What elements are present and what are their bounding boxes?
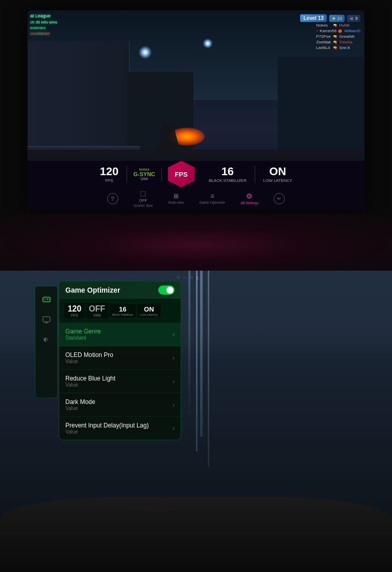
sidebar-icon-display[interactable] xyxy=(39,312,54,326)
game-optimizer-icon: ≡ xyxy=(210,193,214,200)
hud-line-2: ch 30 kills wins xyxy=(30,19,57,25)
svg-rect-6 xyxy=(44,323,48,323)
sidebar-icon-speaker[interactable] xyxy=(39,332,54,347)
hud-line-4: countdown xyxy=(30,31,57,36)
hud-topright: Level 13 ★ 10 ☠ 8 xyxy=(300,14,360,22)
panel-stats: 120 FPS OFF VRR 16 Black Stabilizer ON L… xyxy=(59,299,181,323)
game-screen: at League ch 30 kills wins enemies count… xyxy=(28,10,364,209)
svg-rect-3 xyxy=(47,298,47,300)
scoreboard: Nokes 🔫 HuNit + Karren56 🍎 WilliamD P72P… xyxy=(316,23,360,51)
svg-rect-4 xyxy=(43,317,50,322)
star-badge: ★ 10 xyxy=(329,15,345,22)
edit-button[interactable]: ✏ xyxy=(274,193,285,204)
fps-center: FPS xyxy=(162,161,201,187)
screen-size-label: Screen Size xyxy=(134,204,153,207)
panel-fps-stat: 120 FPS xyxy=(64,303,85,319)
building-right xyxy=(278,57,364,154)
low-latency-stat: ON Low Latency xyxy=(255,166,301,183)
bottom-hud: 120 FPS NVIDIA G-SYNC VRR FPS xyxy=(28,161,364,209)
help-button[interactable]: ? xyxy=(107,193,118,204)
menu-item-game-genre[interactable]: Game Genre Standard › xyxy=(59,323,181,346)
oled-motion-chevron: › xyxy=(173,354,175,362)
panel-vrr-stat: OFF VRR xyxy=(86,303,108,319)
hud-line-3: enemies xyxy=(30,25,57,31)
fps-stat: 120 FPS xyxy=(92,166,128,183)
game-genre-text: Game Genre Standard xyxy=(65,328,101,341)
all-settings-label: All Settings xyxy=(240,201,258,205)
screen-size-off-label: OFF xyxy=(139,198,147,203)
scene-nav-dots: ◇ — ◇ xyxy=(177,275,193,279)
menu-item-input-delay[interactable]: Prevent Input Delay(Input Lag) Value › xyxy=(59,417,181,440)
fps-hexagon: FPS xyxy=(168,161,194,187)
controls-bar[interactable]: ? ⬚ OFF Screen Size ⊞ Multi-view ≡ xyxy=(28,187,364,209)
oled-motion-text: OLED Motion Pro Value xyxy=(65,351,113,364)
hud-topleft: at League ch 30 kills wins enemies count… xyxy=(30,13,57,36)
score-row: P72Poe 🔫 GreatNti xyxy=(316,34,360,39)
game-optimizer-label: Game Optimizer xyxy=(199,201,225,204)
panel-black-stat: 16 Black Stabilizer xyxy=(109,304,136,318)
svg-marker-7 xyxy=(44,338,46,342)
all-settings-control[interactable]: ⚙ All Settings xyxy=(240,192,258,205)
all-settings-icon: ⚙ xyxy=(246,192,253,200)
sidebar-icon-game[interactable] xyxy=(39,292,54,306)
menu-item-reduce-blue-light[interactable]: Reduce Blue Light Value › xyxy=(59,370,181,393)
game-optimizer-control[interactable]: ≡ Game Optimizer xyxy=(199,193,225,204)
skull-badge: ☠ 8 xyxy=(347,15,360,22)
gsync-badge: NVIDIA G-SYNC VRR xyxy=(127,168,162,181)
score-row: Lar6IL4 🔫 Sne.tt xyxy=(316,45,360,50)
menu-item-oled-motion[interactable]: OLED Motion Pro Value › xyxy=(59,346,181,370)
dark-mode-chevron: › xyxy=(173,401,175,409)
screen-size-control[interactable]: ⬚ OFF Screen Size xyxy=(134,189,153,207)
input-delay-chevron: › xyxy=(173,425,175,432)
stats-bar: 120 FPS NVIDIA G-SYNC VRR FPS xyxy=(28,161,364,187)
building-left xyxy=(28,41,130,154)
game-genre-chevron: › xyxy=(173,331,175,338)
score-row: ZoeMak 🔫 TrevNa. xyxy=(316,40,360,44)
toggle-knob xyxy=(166,287,174,294)
reduce-blue-light-text: Reduce Blue Light Value xyxy=(65,375,115,388)
hud-line-1: at League xyxy=(30,13,57,19)
svg-point-1 xyxy=(44,299,45,300)
black-stabilizer-stat: 16 Black Stabilizer xyxy=(201,166,255,183)
top-section: at League ch 30 kills wins enemies count… xyxy=(0,0,392,220)
game-background: at League ch 30 kills wins enemies count… xyxy=(28,10,364,209)
middle-transition xyxy=(0,214,392,276)
optimizer-panel: Game Optimizer 120 FPS OFF VRR 16 Black … xyxy=(59,281,181,440)
screen-size-icon: ⬚ xyxy=(140,189,146,197)
multi-view-control[interactable]: ⊞ Multi-view xyxy=(168,193,184,204)
svg-rect-5 xyxy=(45,322,47,323)
toggle-switch[interactable] xyxy=(158,285,175,295)
left-sidebar xyxy=(35,286,58,398)
bottom-section: E ◇ — ◇ xyxy=(0,271,392,572)
dark-mode-text: Dark Mode Value xyxy=(65,398,95,411)
rock-platform xyxy=(137,502,178,512)
panel-latency-stat: ON Low Latency xyxy=(137,304,161,318)
score-row: + Karren56 🍎 WilliamD xyxy=(316,29,360,33)
level-badge: Level 13 xyxy=(300,14,326,22)
score-row: Nokes 🔫 HuNit xyxy=(316,23,360,28)
multi-view-label: Multi-view xyxy=(168,201,184,204)
panel-title: Game Optimizer xyxy=(65,286,120,294)
reduce-blue-light-chevron: › xyxy=(173,378,175,385)
scene-hud-e: E xyxy=(196,276,199,281)
multi-view-icon: ⊞ xyxy=(174,193,179,200)
menu-item-dark-mode[interactable]: Dark Mode Value › xyxy=(59,393,181,417)
input-delay-text: Prevent Input Delay(Input Lag) Value xyxy=(65,422,149,435)
wf-ground xyxy=(0,497,392,573)
panel-header: Game Optimizer xyxy=(59,281,181,299)
streetlight-2 xyxy=(203,38,213,49)
streetlight-1 xyxy=(139,46,152,59)
